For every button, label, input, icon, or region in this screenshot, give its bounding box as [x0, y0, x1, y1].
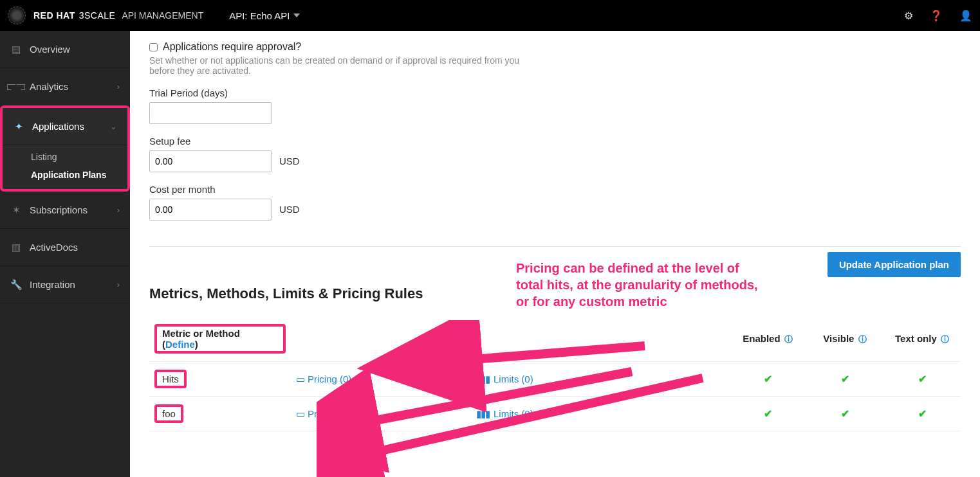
metric-name: Hits: [162, 374, 179, 384]
sidebar-label-integration: Integration: [30, 279, 75, 290]
sidebar-label-overview: Overview: [30, 44, 70, 55]
visible-check-icon[interactable]: ✔: [841, 408, 849, 419]
sidebar-label-applications: Applications: [32, 121, 84, 132]
sidebar-item-applications[interactable]: ✦ Applications ⌄: [3, 108, 127, 145]
sidebar-item-subscriptions[interactable]: ✶ Subscriptions ›: [0, 192, 130, 229]
chevron-right-icon: ›: [117, 205, 120, 215]
applications-approval-checkbox[interactable]: [149, 43, 158, 51]
brand-text-1: RED HAT: [33, 10, 75, 21]
map-icon: ▤: [10, 44, 22, 55]
enabled-check-icon[interactable]: ✔: [764, 374, 772, 384]
help-icon[interactable]: ⓘ: [858, 334, 867, 344]
cost-per-month-label: Cost per month: [149, 184, 961, 195]
pricing-link[interactable]: ▭Pricing (0): [296, 408, 351, 419]
limits-link[interactable]: ▮▮▮Limits (0): [476, 374, 533, 384]
brand-text-2: 3SCALE: [79, 10, 116, 21]
cost-per-month-input[interactable]: [149, 199, 272, 221]
applications-approval-help: Set whether or not applications can be c…: [149, 55, 535, 76]
bars-icon: ▮▮▮: [476, 374, 490, 384]
setup-fee-input[interactable]: [149, 150, 272, 172]
chevron-down-icon: [293, 14, 300, 17]
trial-period-input[interactable]: [149, 102, 272, 124]
sidebar-item-integration[interactable]: 🔧 Integration ›: [0, 266, 130, 303]
sidebar-label-subscriptions: Subscriptions: [30, 204, 88, 215]
table-row: foo ▭Pricing (0) ▮▮▮Limits (0) ✔: [149, 397, 961, 431]
metric-hits-highlight: Hits: [154, 370, 187, 388]
bars-icon: ▮▮▮: [476, 408, 490, 419]
sidebar-label-activedocs: ActiveDocs: [30, 242, 78, 253]
col-textonly: Text only: [895, 333, 937, 344]
divider: [149, 246, 961, 247]
limits-text: Limits (0): [494, 374, 533, 384]
define-link[interactable]: Define: [165, 339, 195, 350]
brand-icon: [8, 6, 26, 24]
update-application-plan-button[interactable]: Update Application plan: [827, 252, 961, 277]
api-selector-dropdown[interactable]: API: Echo API: [229, 10, 300, 21]
creditcard-icon: ▭: [296, 408, 305, 419]
chevron-right-icon: ›: [117, 82, 120, 91]
col-visible: Visible: [823, 333, 854, 344]
api-selector-label: API: Echo API: [229, 10, 290, 21]
chevron-down-icon: ⌄: [110, 122, 117, 131]
wrench-icon: 🔧: [10, 279, 22, 291]
creditcard-icon: ▭: [296, 374, 305, 384]
annotation-callout: Pricing can be defined at the level of t…: [516, 260, 767, 310]
sidebar-item-analytics[interactable]: ⫍⫎ Analytics ›: [0, 68, 130, 105]
sidebar-subitem-application-plans[interactable]: Application Plans: [3, 166, 127, 184]
sidebar-label-analytics: Analytics: [30, 81, 68, 92]
col-enabled: Enabled: [743, 333, 780, 344]
visible-check-icon[interactable]: ✔: [841, 374, 849, 384]
sidebar-item-overview[interactable]: ▤ Overview: [0, 31, 130, 68]
trial-period-label: Trial Period (days): [149, 87, 961, 98]
metric-foo-highlight: foo: [154, 404, 183, 423]
sidebar-subitem-listing[interactable]: Listing: [3, 148, 127, 166]
limits-link[interactable]: ▮▮▮Limits (0): [476, 408, 533, 419]
pricing-text: Pricing (0): [308, 374, 351, 384]
barchart-icon: ⫍⫎: [10, 81, 22, 92]
textonly-check-icon[interactable]: ✔: [918, 374, 927, 384]
help-icon[interactable]: ❓: [930, 10, 943, 22]
metric-or-method-header-highlight: Metric or Method (Define): [154, 324, 286, 354]
setup-fee-unit: USD: [279, 156, 300, 166]
help-icon[interactable]: ⓘ: [784, 334, 793, 344]
pricing-link[interactable]: ▭Pricing (0): [296, 374, 351, 384]
applications-approval-text: Applications require approval?: [163, 41, 301, 53]
sidebar-applications-highlight: ✦ Applications ⌄ Listing Application Pla…: [1, 107, 129, 190]
sidebar-item-activedocs[interactable]: ▥ ActiveDocs: [0, 229, 130, 266]
help-icon[interactable]: ⓘ: [941, 334, 949, 344]
sidebar-subnav-applications: Listing Application Plans: [3, 145, 127, 189]
metric-name: foo: [162, 408, 176, 419]
pricing-text: Pricing (0): [308, 408, 351, 419]
enabled-check-icon[interactable]: ✔: [764, 408, 772, 419]
user-icon[interactable]: 👤: [959, 10, 972, 22]
col-metric-2: ): [195, 339, 198, 350]
limits-text: Limits (0): [494, 408, 533, 419]
cubes-icon: ✦: [13, 121, 24, 132]
table-row: Hits ▭Pricing (0) ▮▮▮Limits (0) ✔: [149, 362, 961, 397]
chevron-right-icon: ›: [117, 280, 120, 289]
link-icon: ✶: [10, 204, 22, 216]
textonly-check-icon[interactable]: ✔: [918, 408, 927, 419]
file-icon: ▥: [10, 242, 22, 253]
cost-per-month-unit: USD: [279, 204, 300, 215]
settings-icon[interactable]: ⚙: [904, 10, 913, 22]
product-name: API MANAGEMENT: [122, 10, 203, 21]
setup-fee-label: Setup fee: [149, 136, 961, 147]
applications-approval-label[interactable]: Applications require approval?: [149, 41, 961, 53]
